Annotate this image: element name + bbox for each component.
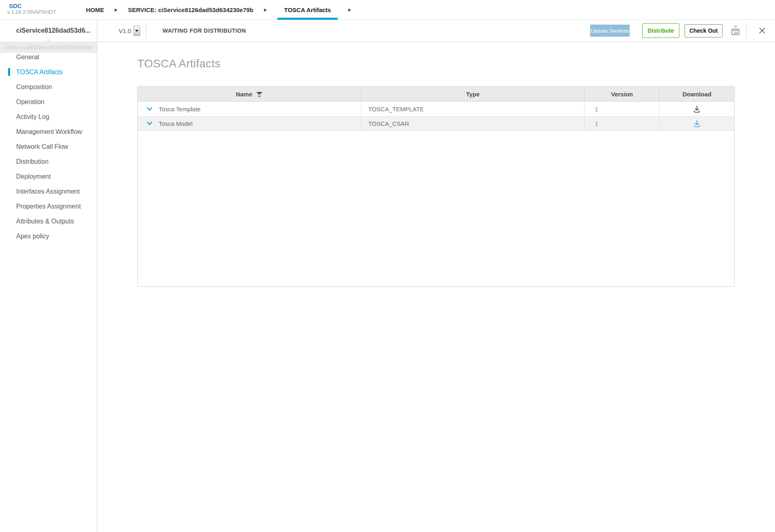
table-row[interactable]: Tosca Model TOSCA_CSAR 1 [138,117,734,131]
lifecycle-status-label: WAITING FOR DISTRIBUTION [163,27,246,34]
check-out-button[interactable]: Check Out [685,24,723,38]
sidebar-header: ciService8126dad53d6... [0,20,97,42]
sort-icon [256,92,263,98]
column-header-type[interactable]: Type [361,87,584,101]
tosca-artifacts-table: Name Type Version Download Tosca Templat… [137,86,735,287]
breadcrumb-arrow-icon [348,8,351,12]
divider [746,22,747,40]
sidebar-item-apex-policy[interactable]: Apex policy [0,229,97,244]
sdc-logo-text: SDC [9,2,56,9]
version-dropdown[interactable] [134,26,140,36]
artifact-name-cell: Tosca Model [138,117,361,130]
artifact-type-cell: TOSCA_TEMPLATE [361,102,584,116]
tab-tosca-artifacts-label: TOSCA Artifacts [284,6,331,13]
breadcrumb-arrow-icon [115,8,117,12]
sidebar-item-general[interactable]: General [0,50,97,65]
tab-home[interactable]: HOME [86,0,104,20]
expand-row-icon[interactable] [146,106,153,112]
artifact-name-label: Tosca Model [159,120,193,127]
sidebar-item-label: TOSCA Artifacts [16,69,63,76]
version-status-group: V1.0 WAITING FOR DISTRIBUTION [119,20,246,42]
download-icon[interactable] [693,105,701,113]
sidebar: ciService8126dad53d6... ciService8126dad… [0,20,97,532]
page-title: TOSCA Artifacts [137,57,220,70]
artifact-download-cell [660,102,734,116]
version-label: V1.0 [119,27,131,34]
sidebar-item-distribution[interactable]: Distribution [0,154,97,169]
sidebar-item-attributes-outputs[interactable]: Attributes & Outputs [0,214,97,229]
service-name-title[interactable]: ciService8126dad53d6... [16,27,90,34]
tab-tosca-artifacts[interactable]: TOSCA Artifacts [277,0,338,20]
column-header-name-label: Name [236,91,252,98]
column-header-download[interactable]: Download [660,87,734,101]
artifact-version-cell: 1 [584,102,660,116]
app-version-label: v.1.16.2-SNAPSHOT [7,9,56,15]
artifact-name-cell: Tosca Template [138,102,361,116]
sidebar-item-activity-log[interactable]: Activity Log [0,109,97,124]
table-row[interactable]: Tosca Template TOSCA_TEMPLATE 1 [138,102,734,117]
sidebar-item-operation[interactable]: Operation [0,94,97,109]
sidebar-item-properties-assignment[interactable]: Properties Assignment [0,199,97,214]
sidebar-item-deployment[interactable]: Deployment [0,169,97,184]
active-item-indicator [8,68,10,76]
sidebar-item-composition[interactable]: Composition [0,79,97,94]
close-icon[interactable] [758,27,766,34]
action-header-bar: V1.0 WAITING FOR DISTRIBUTION Update Ser… [97,20,775,42]
sidebar-item-network-call-flow[interactable]: Network Call Flow [0,139,97,154]
app-logo[interactable]: SDC v.1.16.2-SNAPSHOT [7,2,56,15]
sidebar-item-management-workflow[interactable]: Management Workflow [0,124,97,139]
table-header-row: Name Type Version Download [138,87,734,102]
artifact-type-cell: TOSCA_CSAR [361,117,584,130]
expand-row-icon[interactable] [146,120,153,127]
main-content: TOSCA Artifacts Name Type Version Downlo… [97,42,775,532]
distribute-button[interactable]: Distribute [642,23,679,38]
sidebar-menu: General TOSCA Artifacts Composition Oper… [0,50,97,244]
sidebar-item-interfaces-assignment[interactable]: Interfaces Assignment [0,184,97,199]
sidebar-item-tosca-artifacts[interactable]: TOSCA Artifacts [0,65,97,79]
printer-icon[interactable] [729,25,741,37]
top-navigation-bar: SDC v.1.16.2-SNAPSHOT HOME SERVICE: ciSe… [0,0,775,20]
breadcrumb-arrow-icon [264,8,267,12]
artifact-name-label: Tosca Template [159,106,201,113]
artifact-version-cell: 1 [584,117,660,130]
breadcrumb: HOME SERVICE: ciService8126dad53d634230e… [86,0,351,20]
chevron-down-icon [135,30,138,32]
update-services-button[interactable]: Update Services [590,25,630,37]
column-header-version[interactable]: Version [585,87,660,101]
artifact-download-cell [660,117,734,130]
divider [146,23,146,38]
download-icon-highlighted[interactable] [693,119,701,128]
action-buttons-group: Update Services Distribute Check Out [590,20,766,42]
tab-service[interactable]: SERVICE: ciService8126dad53d634230e79b [128,0,253,20]
column-header-name[interactable]: Name [138,87,361,101]
